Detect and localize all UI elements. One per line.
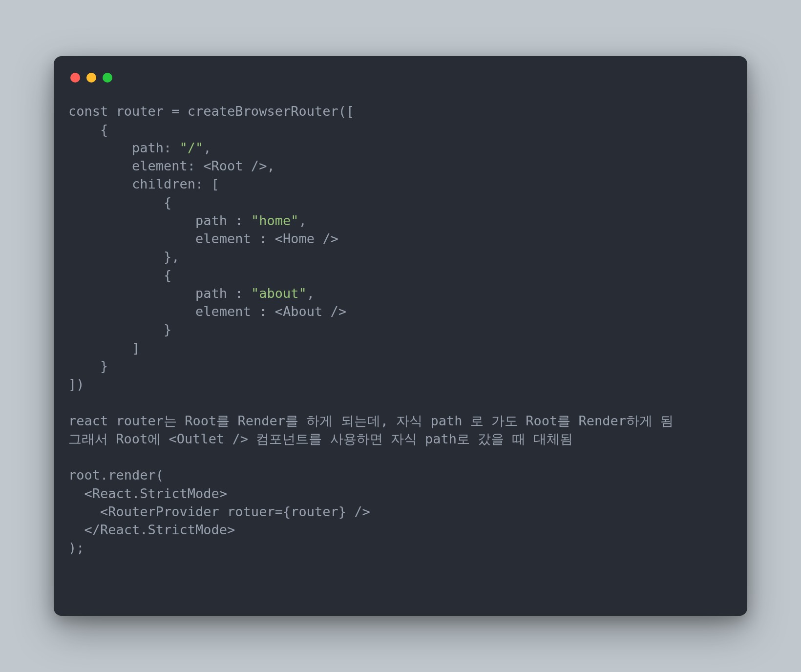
string-literal: "home" — [251, 213, 299, 228]
maximize-icon[interactable] — [103, 73, 112, 83]
code-line: , — [203, 140, 211, 155]
minimize-icon[interactable] — [86, 73, 96, 83]
code-line: <RouterProvider rotuer={router} /> — [68, 504, 370, 519]
code-line: const router = createBrowserRouter([ — [68, 104, 354, 119]
code-line: , — [307, 286, 315, 301]
code-line: { — [68, 268, 171, 283]
code-line: root.render( — [68, 467, 164, 483]
comment-line: react router는 Root를 Render를 하게 되는데, 자식 p… — [68, 413, 674, 428]
code-line: ]) — [68, 377, 84, 392]
code-block: const router = createBrowserRouter([ { p… — [68, 102, 733, 557]
code-line: children: [ — [68, 176, 219, 191]
close-icon[interactable] — [70, 73, 80, 83]
code-line: element : <Home /> — [68, 231, 338, 246]
comment-line: 그래서 Root에 <Outlet /> 컴포넌트를 사용하면 자식 path로… — [68, 431, 573, 446]
code-line: ); — [68, 540, 84, 555]
code-line: path : — [68, 286, 251, 301]
code-line: } — [68, 358, 108, 374]
code-line: element : <About /> — [68, 304, 346, 319]
code-window: const router = createBrowserRouter([ { p… — [54, 56, 747, 615]
traffic-lights — [70, 73, 733, 83]
code-line: { — [68, 122, 108, 137]
code-line: path: — [68, 140, 180, 155]
string-literal: "about" — [251, 286, 307, 301]
code-line: { — [68, 195, 171, 210]
string-literal: "/" — [180, 140, 204, 155]
code-line: } — [68, 322, 171, 337]
code-line: path : — [68, 213, 251, 228]
code-line: element: <Root />, — [68, 158, 275, 173]
code-line: ] — [68, 340, 140, 356]
code-line: <React.StrictMode> — [68, 486, 227, 501]
code-line: }, — [68, 249, 180, 264]
code-line: </React.StrictMode> — [68, 522, 235, 537]
code-line: , — [298, 213, 306, 228]
